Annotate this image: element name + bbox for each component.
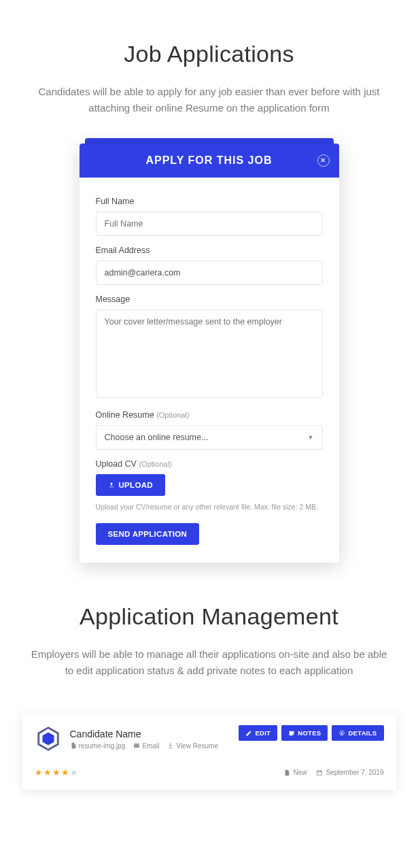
star-icon: ★ xyxy=(35,767,43,778)
star-icon: ★ xyxy=(61,767,70,778)
upload-icon xyxy=(108,482,115,488)
date-label: September 7, 2019 xyxy=(316,769,383,776)
svg-marker-1 xyxy=(42,733,54,746)
file-icon xyxy=(283,769,290,776)
view-resume-link[interactable]: View Resume xyxy=(167,742,218,750)
section-subtitle-applications: Candidates will be able to apply for any… xyxy=(27,84,391,116)
details-button[interactable]: DETAILS xyxy=(332,725,383,741)
email-label: Email Address xyxy=(96,246,323,255)
section-subtitle-management: Employers will be able to manage all the… xyxy=(27,646,391,679)
section-title-management: Application Management xyxy=(0,603,418,630)
star-icon: ★ xyxy=(43,767,52,778)
fullname-label: Full Name xyxy=(96,197,323,206)
email-link[interactable]: Email xyxy=(133,742,159,750)
close-icon[interactable]: ✕ xyxy=(317,154,330,167)
candidate-name: Candidate Name xyxy=(70,729,218,739)
application-card: Candidate Name resume-img.jpg Email View… xyxy=(22,713,396,790)
status-badge: New xyxy=(283,769,307,776)
upload-button[interactable]: UPLOAD xyxy=(96,474,165,496)
gear-icon xyxy=(338,730,345,737)
select-value: Choose an online resume... xyxy=(105,433,209,442)
online-resume-label: Online Resume (Optional) xyxy=(96,410,323,420)
download-icon xyxy=(167,742,174,749)
chevron-down-icon: ▼ xyxy=(308,434,314,441)
online-resume-select[interactable]: Choose an online resume... ▼ xyxy=(96,425,323,450)
send-application-button[interactable]: SEND APPLICATION xyxy=(96,523,200,545)
email-input[interactable] xyxy=(96,261,323,285)
rating-stars[interactable]: ★★★★★ xyxy=(35,767,79,778)
modal-header: APPLY FOR THIS JOB ✕ xyxy=(80,144,339,178)
upload-hint: Upload your CV/resume or any other relev… xyxy=(96,503,323,511)
star-icon: ★ xyxy=(70,767,79,778)
modal-title: APPLY FOR THIS JOB xyxy=(145,154,272,166)
file-icon xyxy=(70,742,77,749)
star-icon: ★ xyxy=(52,767,61,778)
modal-body: Full Name Email Address Message Online R… xyxy=(80,178,339,563)
section-title-applications: Job Applications xyxy=(0,41,418,67)
notes-button[interactable]: NOTES xyxy=(281,725,328,741)
note-icon xyxy=(288,730,295,737)
message-label: Message xyxy=(96,295,323,304)
candidate-meta: resume-img.jpg Email View Resume xyxy=(70,742,218,750)
svg-point-2 xyxy=(341,732,343,734)
fullname-input[interactable] xyxy=(96,212,323,236)
resume-file-link[interactable]: resume-img.jpg xyxy=(70,742,126,750)
upload-cv-label: Upload CV (Optional) xyxy=(96,459,323,469)
edit-button[interactable]: EDIT xyxy=(239,725,277,741)
calendar-icon xyxy=(316,769,323,776)
email-icon xyxy=(133,742,140,749)
apply-modal: APPLY FOR THIS JOB ✕ Full Name Email Add… xyxy=(80,144,339,563)
message-textarea[interactable] xyxy=(96,310,323,398)
pencil-icon xyxy=(245,730,252,737)
avatar xyxy=(35,725,62,752)
